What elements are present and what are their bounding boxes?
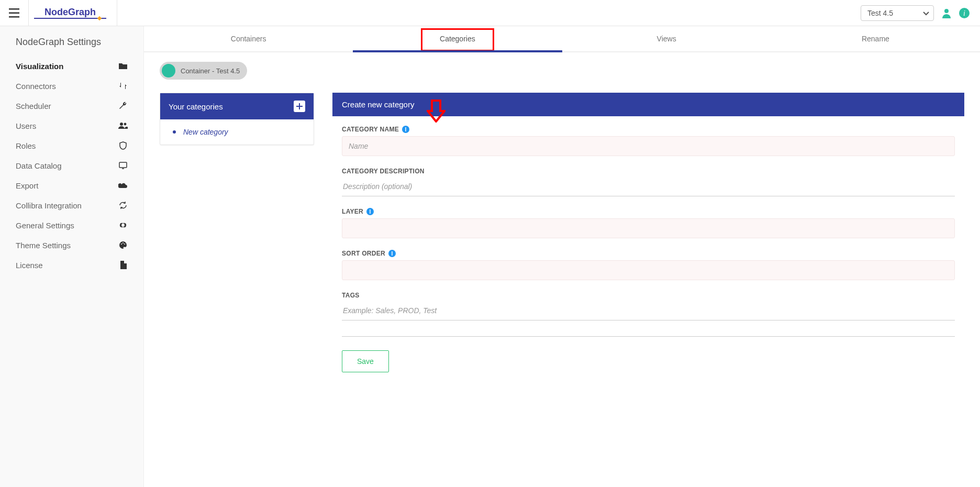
- wrench-icon: [118, 101, 128, 110]
- info-icon[interactable]: i: [388, 250, 396, 257]
- tab-label: Containers: [231, 35, 266, 43]
- menu-toggle-button[interactable]: [0, 0, 29, 26]
- sidebar-item-export[interactable]: Export: [0, 175, 143, 195]
- environment-select[interactable]: Test 4.5: [861, 5, 934, 21]
- sidebar-item-label: General Settings: [16, 221, 74, 230]
- sidebar-item-label: Theme Settings: [16, 241, 71, 250]
- logo-wrap: NodeGraph: [29, 0, 117, 26]
- sidebar-title: NodeGraph Settings: [0, 37, 143, 56]
- tab-containers[interactable]: Containers: [144, 26, 353, 51]
- logo-accent-icon: [97, 16, 102, 20]
- sidebar-item-general-settings[interactable]: General Settings: [0, 215, 143, 235]
- bullet-icon: [173, 130, 176, 134]
- your-categories-card: Your categories New category: [160, 93, 314, 145]
- sort-order-label: Sort Order i: [342, 250, 955, 257]
- your-categories-header: Your categories: [160, 93, 314, 119]
- form-divider: [342, 336, 955, 337]
- create-category-card: Create new category Category Name i Cate…: [332, 93, 964, 387]
- svg-text:i: i: [963, 9, 965, 17]
- plus-icon: [296, 103, 303, 109]
- category-name-input[interactable]: [342, 136, 955, 156]
- save-button[interactable]: Save: [342, 350, 389, 372]
- environment-selected-value: Test 4.5: [867, 9, 893, 17]
- categories-list: New category: [160, 119, 314, 145]
- brand-suffix: Graph: [68, 7, 96, 17]
- sidebar-item-label: Roles: [16, 141, 36, 150]
- sort-order-input[interactable]: [342, 260, 955, 280]
- sidebar-item-users[interactable]: Users: [0, 116, 143, 136]
- sidebar-item-label: Collibra Integration: [16, 201, 82, 210]
- shield-icon: [118, 141, 128, 150]
- tab-label: Rename: [862, 35, 889, 43]
- brand-prefix: Node: [44, 7, 68, 17]
- svg-point-7: [124, 123, 127, 126]
- sidebar-item-connectors[interactable]: Connectors: [0, 76, 143, 96]
- sidebar-item-roles[interactable]: Roles: [0, 136, 143, 156]
- info-icon: i: [959, 8, 970, 18]
- sync-icon: [118, 201, 128, 210]
- sidebar-item-license[interactable]: License: [0, 255, 143, 275]
- monitor-icon: [118, 161, 128, 170]
- info-icon[interactable]: i: [402, 126, 409, 133]
- svg-point-9: [121, 244, 122, 245]
- sidebar-item-theme-settings[interactable]: Theme Settings: [0, 235, 143, 255]
- svg-point-11: [124, 244, 125, 245]
- file-icon: [118, 260, 128, 270]
- sidebar-item-label: Export: [16, 181, 38, 190]
- add-category-button[interactable]: [294, 101, 305, 112]
- sidebar-item-label: Users: [16, 121, 36, 130]
- layer-input[interactable]: [342, 218, 955, 238]
- container-chip-row: Container - Test 4.5: [144, 52, 980, 80]
- info-icon[interactable]: i: [366, 208, 374, 215]
- sidebar-item-data-catalog[interactable]: Data Catalog: [0, 156, 143, 175]
- category-item[interactable]: New category: [171, 128, 303, 136]
- svg-point-10: [122, 242, 124, 244]
- sidebar-item-label: License: [16, 261, 43, 270]
- chip-dot-icon: [162, 64, 175, 78]
- top-tabs: ContainersCategoriesViewsRename: [144, 26, 980, 52]
- your-categories-title: Your categories: [169, 102, 223, 111]
- tags-input[interactable]: [342, 302, 955, 320]
- palette-icon: [118, 240, 128, 250]
- sidebar-item-scheduler[interactable]: Scheduler: [0, 96, 143, 116]
- sidebar-item-label: Data Catalog: [16, 161, 62, 170]
- user-icon: [941, 8, 952, 18]
- svg-rect-8: [119, 162, 127, 168]
- svg-rect-13: [296, 106, 303, 107]
- category-item-label: New category: [183, 128, 228, 136]
- category-description-label: Category Description: [342, 168, 955, 175]
- sidebar-item-label: Scheduler: [16, 102, 51, 110]
- app-header: NodeGraph Test 4.5 i: [0, 0, 980, 26]
- chevron-down-icon: [923, 9, 929, 17]
- tab-label: Views: [657, 35, 676, 43]
- user-profile-button[interactable]: [940, 7, 953, 19]
- brand-logo[interactable]: NodeGraph: [34, 7, 106, 19]
- swap-icon: [118, 81, 128, 91]
- sidebar-item-visualization[interactable]: Visualization: [0, 56, 143, 76]
- gear-icon: [118, 220, 128, 230]
- sidebar-item-collibra-integration[interactable]: Collibra Integration: [0, 195, 143, 215]
- main-panel: ContainersCategoriesViewsRename Containe…: [144, 26, 980, 487]
- create-category-title: Create new category: [332, 93, 964, 116]
- settings-sidebar: NodeGraph Settings VisualizationConnecto…: [0, 26, 144, 487]
- tab-rename[interactable]: Rename: [771, 26, 980, 51]
- svg-point-6: [120, 123, 123, 126]
- category-description-input[interactable]: [342, 178, 955, 196]
- hamburger-icon: [9, 8, 19, 18]
- users-icon: [118, 121, 128, 130]
- tab-label: Categories: [440, 35, 475, 43]
- tab-categories[interactable]: Categories: [353, 26, 562, 51]
- svg-rect-1: [9, 12, 19, 14]
- svg-rect-0: [9, 8, 19, 10]
- sidebar-item-label: Connectors: [16, 82, 56, 91]
- tab-views[interactable]: Views: [562, 26, 771, 51]
- category-name-label: Category Name i: [342, 126, 955, 133]
- svg-rect-2: [9, 16, 19, 18]
- folder-icon: [118, 61, 128, 71]
- info-button[interactable]: i: [958, 7, 971, 19]
- tags-label: Tags: [342, 292, 955, 299]
- chip-label: Container - Test 4.5: [181, 67, 240, 75]
- sidebar-item-label: Visualization: [16, 62, 63, 71]
- container-chip[interactable]: Container - Test 4.5: [160, 62, 247, 80]
- layer-label: Layer i: [342, 208, 955, 215]
